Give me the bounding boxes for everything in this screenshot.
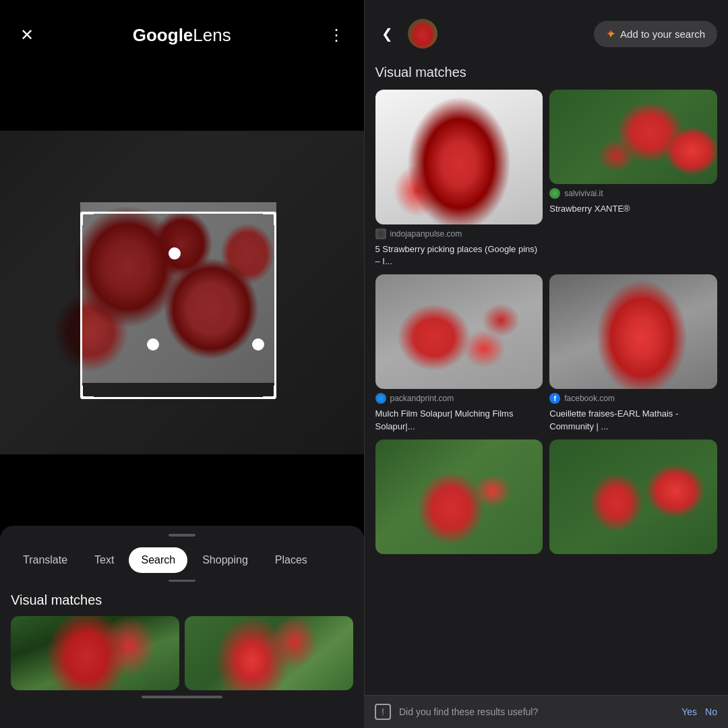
back-button[interactable]: ❮ — [375, 22, 400, 46]
result-image-4 — [549, 274, 717, 389]
feedback-bar: ! Did you find these results useful? Yes… — [364, 695, 728, 728]
thumbnail-1[interactable] — [11, 616, 179, 690]
result-title-3: Mulch Film Solapur| Mulching Films Solap… — [375, 408, 543, 432]
favicon-1 — [375, 229, 386, 239]
title-lens: Lens — [193, 25, 231, 46]
corner-tl — [80, 212, 94, 225]
visual-matches-heading-right: Visual matches — [365, 59, 729, 90]
camera-image — [0, 131, 364, 454]
corner-bl — [80, 386, 94, 399]
source-domain-3: packandprint.com — [390, 394, 454, 403]
more-options-button[interactable]: ⋮ — [323, 22, 350, 49]
feedback-question: Did you find these results useful? — [399, 706, 673, 717]
result-source-2: salvivivai.it — [549, 188, 717, 199]
result-image-6 — [549, 439, 717, 554]
favicon-2 — [549, 188, 560, 199]
selection-handle-1[interactable] — [169, 247, 181, 260]
right-content: Visual matches indojapanpulse.com 5 Stra… — [365, 59, 729, 728]
overlay-left — [0, 202, 80, 384]
left-panel: ✕ Google Lens ⋮ — [0, 0, 364, 728]
feedback-icon: ! — [375, 704, 391, 720]
google-plus-icon: ✦ — [606, 28, 615, 40]
tab-search[interactable]: Search — [129, 547, 187, 573]
result-card-2[interactable]: salvivivai.it Strawberry XANTE® — [549, 90, 717, 215]
add-to-search-button[interactable]: ✦ Add to your search — [594, 21, 717, 47]
corner-br — [263, 386, 276, 399]
right-header: ❮ ✦ Add to your search — [365, 0, 729, 59]
result-image-1 — [375, 90, 543, 224]
tabs-row: Translate Text Search Shopping Places — [0, 547, 364, 573]
selection-handle-3[interactable] — [252, 338, 264, 351]
result-image-5 — [375, 439, 543, 554]
thumbnail-2[interactable] — [185, 616, 353, 690]
result-source-4: f facebook.com — [549, 393, 717, 404]
bottom-sheet: Translate Text Search Shopping Places Vi… — [0, 526, 364, 728]
result-image-2 — [549, 90, 717, 184]
source-domain-1: indojapanpulse.com — [390, 229, 462, 239]
result-card-4[interactable]: f facebook.com Cueillette fraises-EARL M… — [549, 274, 717, 432]
result-card-3[interactable]: packandprint.com Mulch Film Solapur| Mul… — [375, 274, 543, 432]
result-title-1: 5 Strawberry picking places (Google pins… — [375, 243, 543, 268]
result-source-1: indojapanpulse.com — [375, 229, 543, 239]
result-title-2: Strawberry XANTE® — [549, 203, 717, 215]
result-card-1[interactable]: indojapanpulse.com 5 Strawberry picking … — [375, 90, 543, 268]
drag-handle[interactable] — [169, 534, 195, 537]
captured-image — [0, 131, 364, 454]
feedback-no-button[interactable]: No — [705, 706, 717, 717]
overlay-top — [0, 131, 364, 202]
tab-places[interactable]: Places — [263, 547, 320, 573]
selection-box[interactable] — [80, 212, 276, 399]
close-button[interactable]: ✕ — [13, 22, 40, 49]
result-card-6[interactable] — [549, 439, 717, 554]
result-card-5[interactable] — [375, 439, 543, 554]
thumbnail-2-image — [185, 616, 353, 690]
thumbnail-1-image — [11, 616, 179, 690]
title-google: Google — [133, 25, 193, 46]
add-to-search-label: Add to your search — [620, 28, 705, 40]
right-column: salvivivai.it Strawberry XANTE® — [549, 90, 717, 268]
results-grid-3 — [365, 439, 729, 554]
thumbnail-row — [0, 616, 364, 690]
overlay-right — [276, 202, 363, 384]
selection-handle-2[interactable] — [147, 338, 159, 351]
source-domain-4: facebook.com — [564, 394, 615, 403]
right-panel: ❮ ✦ Add to your search Visual matches in… — [365, 0, 729, 728]
tab-text[interactable]: Text — [82, 547, 126, 573]
favicon-4: f — [549, 393, 560, 404]
result-image-3 — [375, 274, 543, 389]
left-header: ✕ Google Lens ⋮ — [0, 0, 364, 59]
tab-shopping[interactable]: Shopping — [190, 547, 260, 573]
source-domain-2: salvivivai.it — [564, 189, 603, 198]
result-title-4: Cueillette fraises-EARL Mathais - Commun… — [549, 408, 717, 432]
home-bar-left — [142, 696, 222, 698]
header-thumbnail[interactable] — [408, 19, 437, 49]
results-grid-2: packandprint.com Mulch Film Solapur| Mul… — [365, 274, 729, 432]
corner-tr — [263, 212, 276, 225]
visual-matches-heading-left: Visual matches — [0, 582, 364, 616]
feedback-yes-button[interactable]: Yes — [681, 706, 697, 717]
results-grid: indojapanpulse.com 5 Strawberry picking … — [365, 90, 729, 268]
result-source-3: packandprint.com — [375, 393, 543, 404]
tab-translate[interactable]: Translate — [11, 547, 80, 573]
camera-viewfinder — [0, 59, 364, 526]
favicon-3 — [375, 393, 386, 404]
app-title: Google Lens — [133, 25, 231, 46]
